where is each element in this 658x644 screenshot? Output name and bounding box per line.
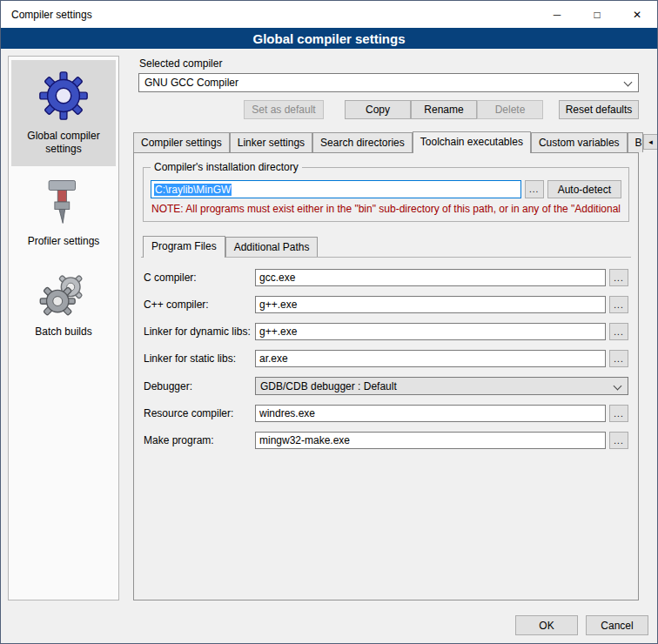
sidebar-item-label: Global compiler settings <box>27 130 99 155</box>
page-title: Global compiler settings <box>1 28 657 49</box>
cancel-button[interactable]: Cancel <box>586 615 648 635</box>
auto-detect-button[interactable]: Auto-detect <box>547 180 621 198</box>
linker-static-label: Linker for static libs: <box>144 352 255 365</box>
main-panel: Selected compiler GNU GCC Compiler Set a… <box>138 56 639 600</box>
set-as-default-button[interactable]: Set as default <box>244 100 324 119</box>
linker-dynamic-browse-button[interactable]: ... <box>609 323 628 340</box>
tab-toolchain-executables[interactable]: Toolchain executables <box>413 131 531 153</box>
cpp-compiler-browse-button[interactable]: ... <box>609 296 628 313</box>
field-row: C compiler: ... <box>144 269 628 286</box>
rename-button[interactable]: Rename <box>411 100 477 119</box>
compiler-select[interactable]: GNU GCC Compiler <box>138 73 639 92</box>
tab-linker-settings[interactable]: Linker settings <box>230 132 312 152</box>
subtab-program-files[interactable]: Program Files <box>143 236 225 258</box>
sidebar: Global compiler settings Profiler settin… <box>8 56 119 600</box>
install-dir-group: Compiler's installation directory C:\ray… <box>143 167 629 222</box>
field-row: Resource compiler: ... <box>144 405 628 422</box>
ok-button[interactable]: OK <box>515 615 578 635</box>
window-controls: ─ □ ✕ <box>537 1 657 28</box>
linker-static-browse-button[interactable]: ... <box>609 350 628 367</box>
field-row: Make program: ... <box>144 432 628 449</box>
gear-icon <box>37 69 91 123</box>
delete-button[interactable]: Delete <box>477 100 543 119</box>
debugger-select[interactable]: GDB/CDB debugger : Default <box>255 377 628 395</box>
tab-custom-variables[interactable]: Custom variables <box>531 132 628 152</box>
chevron-down-icon <box>624 78 633 87</box>
tab-search-directories[interactable]: Search directories <box>312 132 413 152</box>
close-button[interactable]: ✕ <box>617 1 657 28</box>
field-row: Linker for static libs: ... <box>144 350 628 367</box>
selected-compiler-label: Selected compiler <box>139 57 639 70</box>
debugger-label: Debugger: <box>144 380 255 392</box>
batch-builds-icon <box>38 268 89 319</box>
field-row: Debugger: GDB/CDB debugger : Default <box>144 377 628 395</box>
copy-button[interactable]: Copy <box>345 100 411 119</box>
profiler-icon <box>40 176 87 228</box>
linker-dynamic-input[interactable] <box>255 323 606 340</box>
sidebar-item-profiler-settings[interactable]: Profiler settings <box>11 167 116 258</box>
resource-compiler-label: Resource compiler: <box>144 407 255 419</box>
tab-scroll-left-button[interactable]: ◂ <box>643 134 658 150</box>
linker-dynamic-label: Linker for dynamic libs: <box>144 325 255 338</box>
cpp-compiler-input[interactable] <box>255 296 606 313</box>
toolchain-executables-panel: Compiler's installation directory C:\ray… <box>133 152 639 600</box>
install-dir-browse-button[interactable]: ... <box>525 180 544 198</box>
sidebar-item-label: Profiler settings <box>28 235 100 247</box>
make-program-input[interactable] <box>255 432 606 449</box>
sidebar-item-batch-builds[interactable]: Batch builds <box>11 259 116 349</box>
c-compiler-input[interactable] <box>255 269 606 286</box>
chevron-down-icon <box>614 382 622 391</box>
tab-compiler-settings[interactable]: Compiler settings <box>133 132 230 152</box>
field-row: C++ compiler: ... <box>144 296 628 313</box>
install-dir-selected-text: C:\raylib\MinGW <box>154 184 232 196</box>
tab-strip: Compiler settings Linker settings Search… <box>133 131 639 152</box>
compiler-select-value: GNU GCC Compiler <box>144 77 238 89</box>
program-files-fields: C compiler: ... C++ compiler: ... Linker… <box>141 269 631 449</box>
window-title: Compiler settings <box>11 9 92 21</box>
c-compiler-browse-button[interactable]: ... <box>609 269 628 286</box>
make-program-label: Make program: <box>144 434 255 446</box>
maximize-button[interactable]: □ <box>577 1 617 28</box>
resource-compiler-input[interactable] <box>255 405 606 422</box>
note-text: NOTE: All programs must exist either in … <box>151 203 621 215</box>
make-program-browse-button[interactable]: ... <box>609 432 628 449</box>
debugger-select-value: GDB/CDB debugger : Default <box>260 380 397 392</box>
compiler-settings-window: Compiler settings ─ □ ✕ Global compiler … <box>0 0 658 644</box>
tab-scroll-arrows: ◂ ▸ <box>643 134 658 150</box>
reset-defaults-button[interactable]: Reset defaults <box>559 100 639 119</box>
sidebar-item-label: Batch builds <box>35 325 91 338</box>
minimize-button[interactable]: ─ <box>537 1 577 28</box>
resource-compiler-browse-button[interactable]: ... <box>609 405 628 422</box>
c-compiler-label: C compiler: <box>144 272 255 284</box>
titlebar: Compiler settings ─ □ ✕ <box>1 1 657 28</box>
tab-build[interactable]: Build <box>628 132 643 152</box>
field-row: Linker for dynamic libs: ... <box>144 323 628 340</box>
install-dir-input[interactable]: C:\raylib\MinGW <box>151 180 521 198</box>
linker-static-input[interactable] <box>255 350 606 367</box>
install-dir-group-title: Compiler's installation directory <box>151 161 302 173</box>
dialog-footer: OK Cancel <box>515 615 648 635</box>
subtab-strip: Program Files Additional Paths <box>141 236 631 258</box>
install-dir-row: C:\raylib\MinGW ... Auto-detect <box>151 180 621 198</box>
subtab-additional-paths[interactable]: Additional Paths <box>225 237 319 257</box>
sidebar-item-global-compiler-settings[interactable]: Global compiler settings <box>11 60 116 166</box>
compiler-buttons-row: Set as default Copy Rename Delete Reset … <box>138 100 639 119</box>
cpp-compiler-label: C++ compiler: <box>144 299 255 311</box>
